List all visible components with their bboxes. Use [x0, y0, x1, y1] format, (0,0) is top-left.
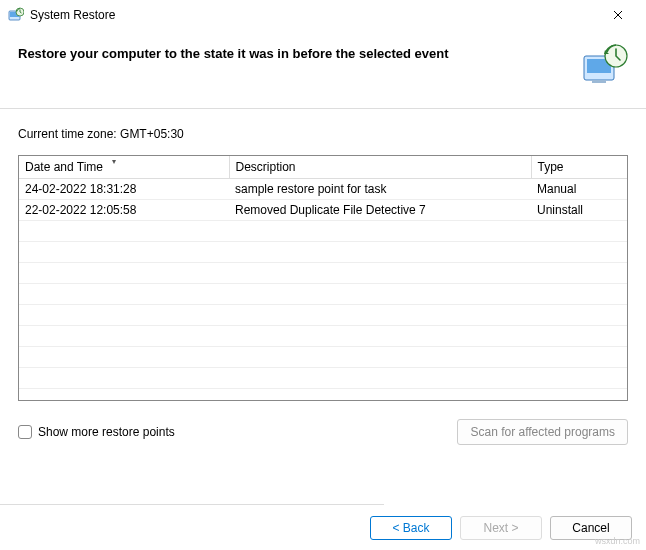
window-title: System Restore — [30, 8, 598, 22]
table-row[interactable] — [19, 242, 627, 263]
next-button: Next > — [460, 516, 542, 540]
close-button[interactable] — [598, 7, 638, 23]
cell-desc: Removed Duplicate File Detective 7 — [229, 200, 531, 221]
table-row[interactable]: 22-02-2022 12:05:58 Removed Duplicate Fi… — [19, 200, 627, 221]
table-row[interactable] — [19, 368, 627, 389]
system-restore-icon — [8, 7, 24, 23]
table-row[interactable] — [19, 221, 627, 242]
col-type[interactable]: Type — [531, 156, 627, 179]
scan-affected-button[interactable]: Scan for affected programs — [457, 419, 628, 445]
footer-row: Show more restore points Scan for affect… — [18, 419, 628, 445]
cell-desc: sample restore point for task — [229, 179, 531, 200]
page-heading: Restore your computer to the state it wa… — [18, 42, 570, 61]
timezone-label: Current time zone: GMT+05:30 — [18, 127, 628, 141]
cell-date: 24-02-2022 18:31:28 — [19, 179, 229, 200]
checkbox-icon — [18, 425, 32, 439]
show-more-label: Show more restore points — [38, 425, 175, 439]
col-date-label: Date and Time — [25, 160, 103, 174]
title-bar: System Restore — [0, 0, 646, 30]
back-button[interactable]: < Back — [370, 516, 452, 540]
table-row[interactable]: 24-02-2022 18:31:28 sample restore point… — [19, 179, 627, 200]
table-row[interactable] — [19, 305, 627, 326]
cell-date: 22-02-2022 12:05:58 — [19, 200, 229, 221]
restore-hero-icon — [580, 42, 628, 90]
cell-type: Uninstall — [531, 200, 627, 221]
close-icon — [613, 10, 623, 20]
svg-rect-6 — [592, 80, 606, 83]
table-row[interactable] — [19, 263, 627, 284]
table-row[interactable] — [19, 326, 627, 347]
col-description[interactable]: Description — [229, 156, 531, 179]
col-date[interactable]: Date and Time ▾ — [19, 156, 229, 179]
divider — [0, 504, 384, 505]
table-header-row: Date and Time ▾ Description Type — [19, 156, 627, 179]
restore-points-table: Date and Time ▾ Description Type 24-02-2… — [18, 155, 628, 401]
sort-desc-icon: ▾ — [112, 157, 116, 166]
content-area: Current time zone: GMT+05:30 Date and Ti… — [0, 109, 646, 463]
header: Restore your computer to the state it wa… — [0, 30, 646, 109]
show-more-checkbox[interactable]: Show more restore points — [18, 425, 175, 439]
watermark: wsxdn.com — [595, 536, 640, 546]
table-row[interactable] — [19, 347, 627, 368]
wizard-button-bar: < Back Next > Cancel — [370, 516, 632, 540]
cell-type: Manual — [531, 179, 627, 200]
table-row[interactable] — [19, 284, 627, 305]
